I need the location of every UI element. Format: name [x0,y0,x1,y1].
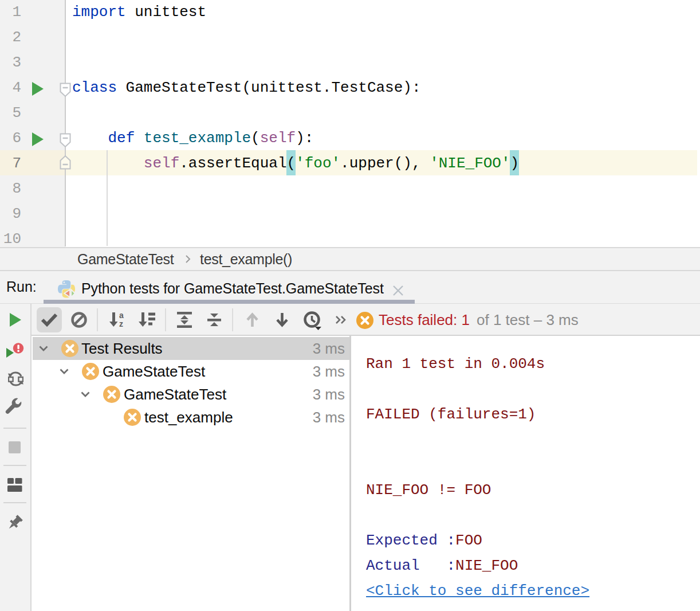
svg-text:a: a [119,312,124,320]
svg-text:z: z [119,319,123,328]
